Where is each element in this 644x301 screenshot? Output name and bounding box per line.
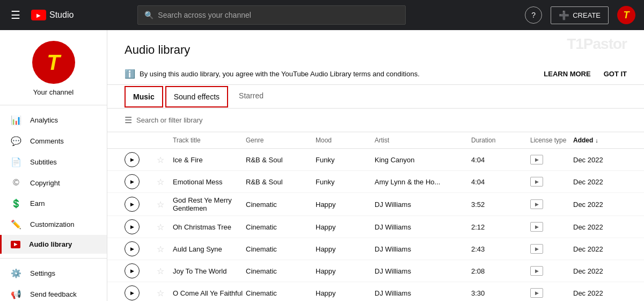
- track-title-0: Ice & Fire: [173, 156, 246, 164]
- sidebar-item-subtitles[interactable]: 📄 Subtitles: [0, 152, 107, 173]
- sidebar-item-audio-library[interactable]: Audio library: [0, 235, 107, 254]
- track-license-6: ▶: [530, 288, 573, 298]
- play-button-3[interactable]: [125, 219, 140, 234]
- track-artist-1: Amy Lynn & the Ho...: [375, 178, 471, 186]
- filter-bar: ☰: [107, 109, 644, 132]
- sidebar-item-label: Settings: [30, 269, 55, 277]
- table-row: ☆ Oh Christmas Tree Cinematic Happy DJ W…: [107, 216, 644, 238]
- learn-more-link[interactable]: LEARN MORE: [544, 70, 590, 78]
- info-icon: ℹ️: [125, 69, 135, 79]
- table-row: ☆ Joy To The World Cinematic Happy DJ Wi…: [107, 260, 644, 282]
- track-added-4: Dec 2022: [573, 245, 627, 253]
- star-button-4[interactable]: ☆: [157, 244, 164, 254]
- track-title-5: Joy To The World: [173, 267, 246, 275]
- channel-section: T Your channel: [0, 30, 107, 105]
- sidebar-item-feedback[interactable]: 📢 Send feedback: [0, 284, 107, 301]
- sidebar-item-earn[interactable]: 💲 Earn: [0, 193, 107, 214]
- topbar-right: ? ➕ CREATE T: [525, 6, 635, 24]
- filter-input[interactable]: [136, 116, 627, 124]
- comments-icon: 💬: [11, 136, 21, 146]
- table-row: ☆ Auld Lang Syne Cinematic Happy DJ Will…: [107, 238, 644, 260]
- track-mood-6: Happy: [316, 289, 375, 297]
- sidebar-item-copyright[interactable]: © Copyright: [0, 173, 107, 193]
- sidebar-item-analytics[interactable]: 📊 Analytics: [0, 110, 107, 131]
- sidebar-item-customization[interactable]: ✏️ Customization: [0, 214, 107, 235]
- track-genre-2: Cinematic: [246, 200, 316, 209]
- search-input[interactable]: [158, 11, 399, 19]
- license-icon-3: ▶: [530, 222, 543, 232]
- play-button-4[interactable]: [125, 241, 140, 256]
- audio-library-header: Audio library T1Pastor: [107, 30, 644, 57]
- star-button-6[interactable]: ☆: [157, 288, 164, 298]
- track-license-1: ▶: [530, 177, 573, 187]
- avatar-letter: T: [624, 10, 630, 21]
- play-button-0[interactable]: [125, 152, 140, 167]
- star-button-3[interactable]: ☆: [157, 222, 164, 232]
- search-icon: 🔍: [144, 11, 153, 19]
- track-duration-2: 3:52: [471, 200, 530, 209]
- track-title-1: Emotional Mess: [173, 178, 246, 186]
- play-button-6[interactable]: [125, 285, 140, 300]
- track-title-3: Oh Christmas Tree: [173, 223, 246, 231]
- main-content: Audio library T1Pastor ℹ️ By using this …: [107, 30, 644, 301]
- play-button-2[interactable]: [125, 197, 140, 212]
- tab-sound-effects[interactable]: Sound effects: [165, 86, 228, 108]
- track-artist-5: DJ Williams: [375, 267, 471, 275]
- topbar: ☰ Studio 🔍 ? ➕ CREATE T: [0, 0, 644, 30]
- customization-icon: ✏️: [11, 219, 21, 230]
- license-icon-6: ▶: [530, 288, 543, 298]
- track-license-2: ▶: [530, 199, 573, 209]
- track-added-2: Dec 2022: [573, 200, 627, 209]
- channel-label: Your channel: [33, 88, 74, 96]
- track-added-6: Dec 2022: [573, 289, 627, 297]
- filter-icon: ☰: [125, 115, 132, 125]
- sidebar-item-settings[interactable]: ⚙️ Settings: [0, 263, 107, 284]
- track-artist-4: DJ Williams: [375, 245, 471, 253]
- play-button-5[interactable]: [125, 263, 140, 278]
- track-genre-1: R&B & Soul: [246, 178, 316, 186]
- track-title-2: God Rest Ye Merry Gentlemen: [173, 196, 246, 212]
- tracks-table: Track title Genre Mood Artist Duration L…: [107, 132, 644, 301]
- col-genre: Genre: [246, 137, 316, 144]
- track-genre-5: Cinematic: [246, 267, 316, 275]
- track-mood-1: Funky: [316, 178, 375, 186]
- star-button-2[interactable]: ☆: [157, 199, 164, 210]
- menu-hamburger-icon[interactable]: ☰: [9, 6, 23, 24]
- track-genre-0: R&B & Soul: [246, 156, 316, 164]
- sidebar-item-label: Earn: [30, 199, 45, 207]
- track-genre-4: Cinematic: [246, 245, 316, 253]
- col-track-title: Track title: [173, 137, 246, 144]
- channel-avatar[interactable]: T: [32, 41, 75, 84]
- page-title: Audio library: [125, 43, 627, 57]
- sidebar-item-label: Audio library: [29, 240, 72, 248]
- notice-left: ℹ️ By using this audio library, you agre…: [125, 69, 420, 79]
- star-button-0[interactable]: ☆: [157, 155, 164, 165]
- track-added-3: Dec 2022: [573, 223, 627, 231]
- track-added-1: Dec 2022: [573, 178, 627, 186]
- help-button[interactable]: ?: [525, 6, 542, 24]
- table-header: Track title Genre Mood Artist Duration L…: [107, 132, 644, 149]
- track-mood-3: Happy: [316, 223, 375, 231]
- feedback-icon: 📢: [11, 289, 21, 299]
- notice-bar: ℹ️ By using this audio library, you agre…: [107, 63, 644, 85]
- sidebar: T Your channel 📊 Analytics 💬 Comments 📄 …: [0, 30, 107, 301]
- track-license-5: ▶: [530, 266, 573, 276]
- star-button-1[interactable]: ☆: [157, 177, 164, 187]
- tabs-bar: Music Sound effects Starred: [107, 85, 644, 109]
- sidebar-item-comments[interactable]: 💬 Comments: [0, 131, 107, 152]
- got-it-button[interactable]: GOT IT: [604, 70, 627, 78]
- avatar[interactable]: T: [617, 6, 635, 24]
- track-genre-6: Cinematic: [246, 289, 316, 297]
- tab-starred[interactable]: Starred: [230, 85, 272, 108]
- col-artist: Artist: [375, 137, 471, 144]
- track-artist-3: DJ Williams: [375, 223, 471, 231]
- create-button[interactable]: ➕ CREATE: [551, 6, 609, 24]
- layout: T Your channel 📊 Analytics 💬 Comments 📄 …: [0, 30, 644, 301]
- star-button-5[interactable]: ☆: [157, 266, 164, 276]
- track-artist-0: King Canyon: [375, 156, 471, 164]
- play-button-1[interactable]: [125, 174, 140, 189]
- settings-icon: ⚙️: [11, 268, 21, 278]
- track-artist-2: DJ Williams: [375, 200, 471, 209]
- tab-music[interactable]: Music: [125, 86, 163, 108]
- track-rows: ☆ Ice & Fire R&B & Soul Funky King Canyo…: [107, 149, 644, 301]
